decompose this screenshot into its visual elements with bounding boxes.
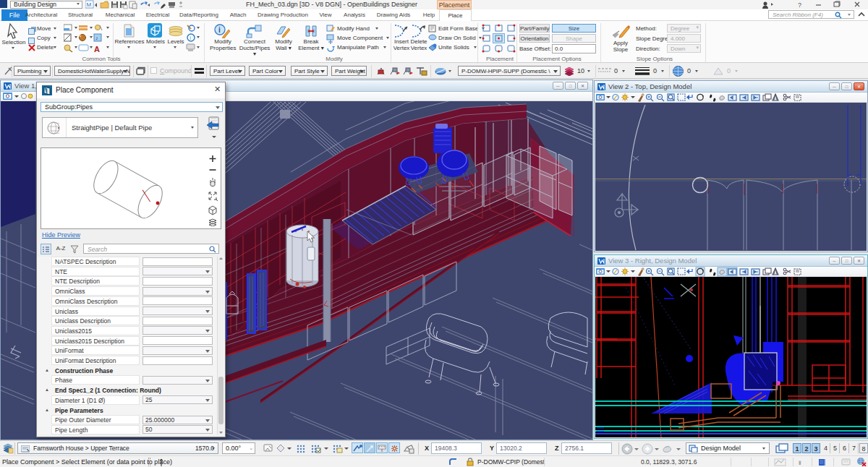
svg-text:A: A [94,45,100,53]
svg-text:M: M [87,1,92,8]
svg-text:i: i [218,26,221,34]
svg-text:?: ? [798,1,801,9]
svg-text:♪: ♪ [95,35,98,40]
